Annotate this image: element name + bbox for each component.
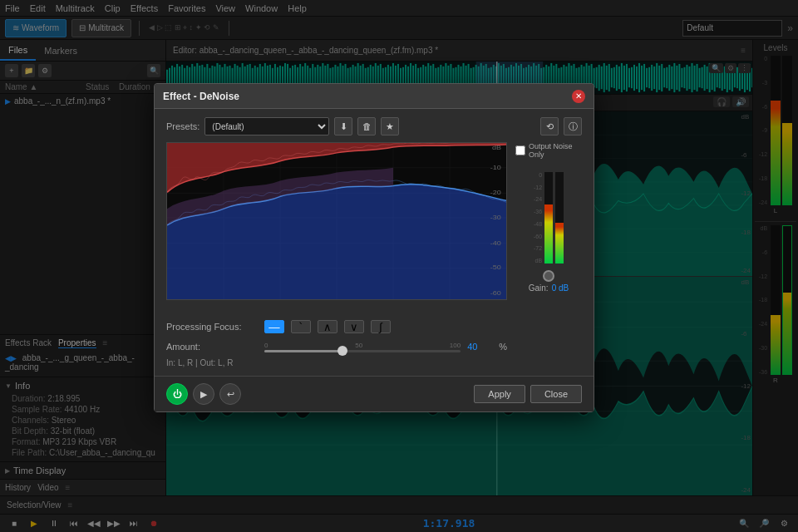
dialog-controls: Processing Focus: — ˋ ∧ ∨ ∫ Amount: bbox=[166, 320, 507, 355]
presets-row: Presets: (Default)LightMediumHeavy ⬇ 🗑 ★… bbox=[166, 117, 582, 135]
noise-section: Output Noise Only 0 -12 -24 -36 -48 -60 … bbox=[515, 142, 582, 355]
focus-btn-integral[interactable]: ∫ bbox=[371, 320, 391, 333]
presets-reset-btn[interactable]: ⟲ bbox=[540, 117, 559, 135]
gain-display: Gain: 0 dB bbox=[529, 283, 569, 293]
loop-btn[interactable]: ↩ bbox=[219, 383, 241, 405]
eq-svg: dB -10 -20 -30 -40 -50 -60 bbox=[167, 143, 506, 299]
presets-info-btn[interactable]: ⓘ bbox=[564, 117, 582, 135]
presets-download-btn[interactable]: ⬇ bbox=[334, 117, 352, 135]
noise-meter-l-fill bbox=[544, 204, 553, 264]
focus-btn-valley[interactable]: ∨ bbox=[344, 320, 364, 333]
processing-focus-label: Processing Focus: bbox=[166, 322, 258, 332]
presets-select[interactable]: (Default)LightMediumHeavy bbox=[204, 117, 329, 135]
focus-btn-flat[interactable]: — bbox=[264, 320, 284, 333]
gain-knob[interactable] bbox=[543, 270, 554, 282]
noise-meter-r-fill bbox=[555, 223, 564, 264]
play-preview-btn[interactable]: ▶ bbox=[193, 383, 214, 405]
amount-slider-track: 0 50 100 bbox=[264, 338, 461, 355]
svg-text:-60: -60 bbox=[490, 289, 501, 297]
dialog-footer: ⏻ ▶ ↩ Apply Close bbox=[155, 376, 594, 411]
slider-tick-labels: 0 50 100 bbox=[264, 342, 461, 349]
focus-btn-mid[interactable]: ∧ bbox=[318, 320, 337, 333]
presets-label: Presets: bbox=[166, 121, 200, 131]
svg-text:-20: -20 bbox=[490, 189, 501, 196]
gain-row bbox=[543, 270, 554, 282]
noise-meter-r bbox=[555, 172, 564, 264]
dialog-titlebar: Effect - DeNoise ✕ bbox=[155, 84, 594, 109]
io-label: In: L, R | Out: L, R bbox=[166, 358, 582, 367]
svg-text:-40: -40 bbox=[490, 239, 501, 246]
output-noise-label: Output Noise Only bbox=[529, 142, 582, 159]
amount-slider-fill bbox=[264, 350, 342, 352]
dialog-body: Presets: (Default)LightMediumHeavy ⬇ 🗑 ★… bbox=[155, 109, 594, 376]
denoise-dialog: Effect - DeNoise ✕ Presets: (Default)Lig… bbox=[154, 83, 594, 412]
amount-label: Amount: bbox=[166, 342, 258, 352]
svg-text:dB: dB bbox=[492, 143, 501, 150]
gain-label: Gain: bbox=[529, 283, 549, 293]
noise-meter-l bbox=[544, 172, 553, 264]
noise-meter-scale: 0 -12 -24 -36 -48 -60 -72 dB bbox=[534, 172, 542, 264]
dialog-close-button[interactable]: ✕ bbox=[572, 90, 585, 103]
eq-container: dB -10 -20 -30 -40 -50 -60 Hz 30 40 bbox=[166, 142, 507, 355]
presets-star-btn[interactable]: ★ bbox=[381, 117, 399, 135]
processing-focus-row: Processing Focus: — ˋ ∧ ∨ ∫ bbox=[166, 320, 507, 333]
amount-value: 40 bbox=[467, 342, 492, 352]
amount-slider-container: 0 50 100 bbox=[264, 342, 461, 352]
focus-btn-soft[interactable]: ˋ bbox=[291, 320, 311, 333]
output-noise-checkbox[interactable] bbox=[515, 145, 525, 155]
eq-graph: dB -10 -20 -30 -40 -50 -60 Hz 30 40 bbox=[166, 142, 507, 300]
presets-delete-btn[interactable]: 🗑 bbox=[357, 117, 376, 135]
noise-meters: 0 -12 -24 -36 -48 -60 -72 dB bbox=[534, 164, 564, 264]
amount-unit: % bbox=[499, 342, 507, 352]
close-btn[interactable]: Close bbox=[530, 385, 582, 403]
amount-row: Amount: 0 50 100 bbox=[166, 338, 507, 355]
svg-text:-10: -10 bbox=[490, 163, 501, 170]
gain-value: 0 dB bbox=[552, 283, 569, 293]
svg-text:-30: -30 bbox=[490, 214, 501, 221]
svg-text:-50: -50 bbox=[490, 264, 501, 271]
dialog-main-content: dB -10 -20 -30 -40 -50 -60 Hz 30 40 bbox=[166, 142, 582, 355]
amount-slider-bg bbox=[264, 350, 461, 352]
dialog-title: Effect - DeNoise bbox=[163, 91, 239, 102]
amount-slider-thumb[interactable] bbox=[337, 346, 347, 356]
power-btn[interactable]: ⏻ bbox=[166, 383, 188, 405]
output-noise-checkbox-row: Output Noise Only bbox=[515, 142, 582, 159]
apply-btn[interactable]: Apply bbox=[474, 385, 525, 403]
modal-overlay: Effect - DeNoise ✕ Presets: (Default)Lig… bbox=[0, 0, 798, 532]
